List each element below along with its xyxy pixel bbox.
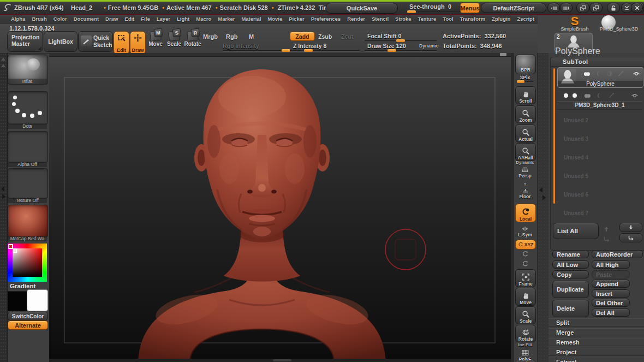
autoreorder-button[interactable]: AutoReorder	[592, 250, 643, 258]
left-scroll-gutter[interactable]	[0, 53, 8, 362]
subtool-header[interactable]: SubTool	[563, 58, 588, 65]
move-mode-button[interactable]: M Move	[147, 31, 164, 51]
see-through-slider[interactable]	[406, 11, 467, 13]
bpr-button[interactable]: BPR	[515, 55, 536, 74]
rgb-button[interactable]: Rgb	[226, 33, 237, 40]
quicksave-button[interactable]: QuickSave	[326, 3, 398, 14]
section-header[interactable]: Extract	[548, 358, 644, 362]
moon-toggle-icon[interactable]	[595, 70, 603, 78]
quick-sketch-button[interactable]: QuickSketch	[78, 31, 113, 52]
move-view-button[interactable]: Move	[515, 288, 536, 306]
floor-button[interactable]: Y Floor	[515, 182, 535, 199]
close-button[interactable]	[631, 3, 643, 13]
subtool-empty-slot[interactable]: Unused 5	[551, 167, 643, 185]
zcut-button[interactable]: Zcut	[341, 33, 353, 40]
paste-button[interactable]: Paste	[592, 270, 630, 278]
eye-visibility-icon[interactable]	[632, 69, 641, 78]
menu-item[interactable]: Picker	[289, 16, 305, 22]
menu-item[interactable]: File	[141, 16, 150, 22]
menu-item[interactable]: Stroke	[395, 16, 412, 22]
menu-item[interactable]: Marker	[218, 16, 235, 22]
insert-button[interactable]: Insert	[592, 289, 630, 298]
lightbox-button[interactable]: LightBox	[44, 31, 77, 52]
zoom-button[interactable]: Zoom	[515, 105, 536, 123]
alpha-thumbnail[interactable]	[8, 131, 48, 163]
scale-mode-button[interactable]: S Scale	[166, 31, 182, 51]
canvas-scroll-handle[interactable]	[500, 53, 506, 56]
subtool-empty-slot[interactable]: Unused 4	[551, 148, 643, 167]
scroll-up-icon[interactable]	[1, 64, 5, 67]
all-high-button[interactable]: All High	[592, 260, 630, 269]
canvas-top-scrollbar[interactable]	[49, 53, 511, 57]
color-picker[interactable]	[8, 244, 47, 282]
zadd-button[interactable]: Zadd	[290, 32, 315, 41]
m-button[interactable]: M	[249, 33, 254, 40]
next-layout-button[interactable]	[589, 3, 603, 13]
canvas-bottom-scrollbar[interactable]	[49, 359, 511, 362]
menu-item[interactable]: Movie	[267, 16, 282, 22]
subtool-empty-slot[interactable]: Unused 6	[551, 185, 643, 204]
divider-arrow-left-icon[interactable]	[1, 186, 4, 192]
all-low-button[interactable]: All Low	[552, 260, 589, 269]
menu-item[interactable]: Document	[74, 16, 99, 22]
delete-button[interactable]: Delete	[552, 300, 589, 317]
default-zscript-button[interactable]: DefaultZScript	[481, 3, 546, 13]
brush-toggle-icon[interactable]	[617, 70, 624, 78]
menu-item[interactable]: Brush	[32, 16, 46, 22]
dynamic-toggle[interactable]: Dynamic	[419, 43, 438, 49]
rotate-z-button[interactable]	[515, 260, 535, 268]
prev-layout-button[interactable]	[576, 3, 589, 13]
local-button[interactable]: Local	[515, 204, 536, 222]
menu-item[interactable]: Draw	[105, 16, 118, 22]
subtool-item-pm3d-sphere[interactable]: PM3D_Sphere3D_1	[557, 89, 642, 110]
move-down-button[interactable]	[619, 223, 642, 232]
secondary-color-swatch[interactable]	[27, 289, 48, 311]
draw-size-slider[interactable]	[365, 50, 437, 51]
copy-button[interactable]: Copy	[552, 270, 589, 278]
section-header[interactable]: Remesh	[548, 338, 644, 346]
menu-item[interactable]: Macro	[196, 16, 211, 22]
eye-visibility-icon[interactable]	[630, 91, 639, 99]
aa-half-button[interactable]: AAHalf	[515, 143, 536, 161]
switch-color-button[interactable]: SwitchColor	[8, 312, 48, 321]
polypaint-toggle-icon[interactable]	[583, 70, 591, 78]
zsub-button[interactable]: Zsub	[318, 33, 332, 40]
sculpting-canvas[interactable]	[49, 53, 511, 362]
partial-button[interactable]	[515, 360, 536, 362]
divider-arrow-left-icon[interactable]	[539, 187, 542, 193]
shift-right-button[interactable]	[603, 235, 611, 244]
menu-item[interactable]: Material	[241, 16, 261, 22]
menu-item[interactable]: Alpha	[11, 16, 25, 22]
menu-item[interactable]: Zscript	[517, 16, 534, 22]
rotate-view-button[interactable]: Rotate	[515, 325, 536, 342]
del-other-button[interactable]: Del Other	[592, 299, 630, 307]
scroll-button[interactable]: Scroll	[515, 86, 536, 104]
rgb-intensity-slider[interactable]	[223, 50, 289, 51]
current-stroke-thumbnail[interactable]	[8, 91, 48, 124]
subtool-item-polysphere[interactable]: PolySphere	[557, 67, 643, 88]
section-header[interactable]: Merge	[548, 328, 644, 336]
frame-button[interactable]: Frame	[515, 269, 536, 287]
edit-mode-button[interactable]: Edit	[114, 31, 129, 55]
duplicate-button[interactable]: Duplicate	[552, 281, 589, 298]
main-color-swatch[interactable]	[8, 291, 27, 311]
alternate-button[interactable]: Alternate	[8, 321, 48, 330]
scale-view-button[interactable]: Scale	[515, 306, 536, 324]
z-intensity-slider[interactable]	[290, 50, 360, 51]
rotate-mode-button[interactable]: R Rotate	[184, 31, 201, 51]
list-all-button[interactable]: List All	[553, 223, 599, 239]
menus-button[interactable]: Menus	[460, 3, 480, 13]
shift-down-button[interactable]	[619, 233, 642, 242]
menu-item[interactable]: Stencil	[372, 16, 389, 22]
focal-shift-slider-label[interactable]: Focal Shift 0	[367, 33, 401, 39]
scroll-right-button[interactable]	[560, 3, 573, 13]
section-header[interactable]: Split	[548, 318, 644, 327]
actual-size-button[interactable]: Actual	[515, 124, 536, 143]
menu-item[interactable]: Zplugin	[492, 16, 510, 22]
persp-button[interactable]: Dynamic Persp	[515, 160, 535, 179]
material-thumbnail[interactable]	[8, 205, 48, 238]
subtool-empty-slot[interactable]: Unused 2	[551, 111, 643, 129]
del-all-button[interactable]: Del All	[592, 308, 630, 317]
menu-item[interactable]: Edit	[124, 16, 134, 22]
color-sv-square[interactable]	[13, 248, 42, 277]
